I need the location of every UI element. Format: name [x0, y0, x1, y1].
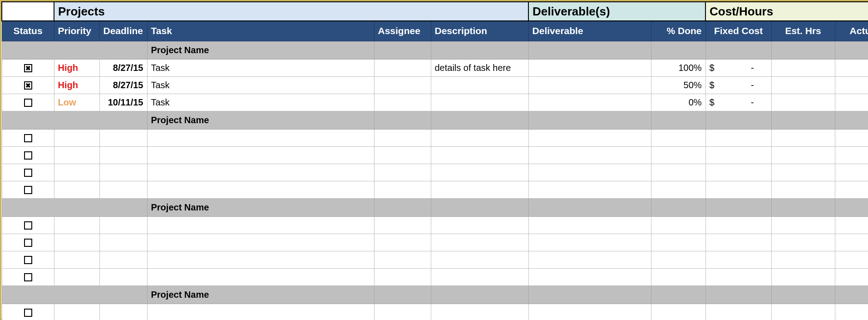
est-hrs-cell[interactable]	[771, 216, 835, 234]
pct-done-cell[interactable]	[651, 129, 705, 146]
deliverable-cell[interactable]	[528, 146, 651, 164]
assignee-cell[interactable]	[374, 234, 431, 251]
deliverable-cell[interactable]	[528, 164, 651, 181]
description-cell[interactable]	[431, 216, 528, 234]
status-checkbox-icon[interactable]: ✖	[24, 81, 32, 90]
status-cell[interactable]: ✖	[2, 59, 54, 76]
deadline-cell[interactable]	[99, 181, 147, 198]
priority-cell[interactable]	[54, 251, 99, 268]
deadline-cell[interactable]	[99, 164, 147, 181]
status-checkbox-icon[interactable]: ✖	[24, 64, 32, 72]
description-cell[interactable]	[431, 268, 528, 285]
project-name-cell[interactable]: Project Name	[147, 285, 374, 304]
deliverable-cell[interactable]	[528, 181, 651, 198]
deadline-cell[interactable]	[99, 251, 147, 268]
actual-hrs-cell[interactable]	[835, 129, 868, 146]
description-cell[interactable]	[431, 181, 528, 198]
priority-cell[interactable]	[54, 181, 99, 198]
description-cell[interactable]	[431, 234, 528, 251]
actual-hrs-cell[interactable]	[835, 59, 868, 76]
priority-cell[interactable]	[54, 146, 99, 164]
deadline-cell[interactable]	[99, 234, 147, 251]
fixed-cost-cell[interactable]	[705, 234, 771, 251]
project-name-cell[interactable]: Project Name	[147, 198, 374, 216]
actual-hrs-cell[interactable]	[835, 304, 868, 320]
status-cell[interactable]	[2, 251, 54, 268]
description-cell[interactable]	[431, 251, 528, 268]
est-hrs-cell[interactable]	[771, 234, 835, 251]
cell[interactable]	[374, 285, 431, 304]
deadline-cell[interactable]: 10/11/15	[99, 94, 147, 111]
header-est-hrs[interactable]: Est. Hrs	[771, 21, 835, 41]
cell[interactable]	[431, 111, 528, 129]
fixed-cost-cell[interactable]	[705, 216, 771, 234]
status-checkbox-icon[interactable]	[24, 256, 32, 264]
cell[interactable]	[374, 198, 431, 216]
status-cell[interactable]	[2, 164, 54, 181]
task-cell[interactable]	[147, 129, 374, 146]
task-cell[interactable]	[147, 268, 374, 285]
pct-done-cell[interactable]	[651, 234, 705, 251]
pct-done-cell[interactable]: 50%	[651, 76, 705, 94]
deliverable-cell[interactable]	[528, 94, 651, 111]
deliverable-cell[interactable]	[528, 129, 651, 146]
assignee-cell[interactable]	[374, 181, 431, 198]
header-status[interactable]: Status	[2, 21, 54, 41]
priority-cell[interactable]	[54, 164, 99, 181]
project-name-pad[interactable]	[2, 198, 147, 216]
cell[interactable]	[771, 111, 835, 129]
pct-done-cell[interactable]: 100%	[651, 59, 705, 76]
task-cell[interactable]: Task	[147, 76, 374, 94]
est-hrs-cell[interactable]	[771, 268, 835, 285]
cell[interactable]	[835, 111, 868, 129]
cell[interactable]	[374, 41, 431, 59]
actual-hrs-cell[interactable]	[835, 94, 868, 111]
project-name-pad[interactable]	[2, 285, 147, 304]
actual-hrs-cell[interactable]	[835, 251, 868, 268]
header-deliverable[interactable]: Deliverable	[528, 21, 651, 41]
assignee-cell[interactable]	[374, 129, 431, 146]
task-cell[interactable]: Task	[147, 94, 374, 111]
description-cell[interactable]	[431, 146, 528, 164]
status-checkbox-icon[interactable]	[24, 134, 32, 142]
project-name-pad[interactable]	[2, 41, 147, 59]
est-hrs-cell[interactable]	[771, 304, 835, 320]
deadline-cell[interactable]	[99, 146, 147, 164]
task-cell[interactable]: Task	[147, 59, 374, 76]
task-cell[interactable]	[147, 216, 374, 234]
deliverable-cell[interactable]	[528, 251, 651, 268]
status-checkbox-icon[interactable]	[24, 309, 32, 317]
assignee-cell[interactable]	[374, 164, 431, 181]
assignee-cell[interactable]	[374, 94, 431, 111]
actual-hrs-cell[interactable]	[835, 268, 868, 285]
project-name-cell[interactable]: Project Name	[147, 111, 374, 129]
actual-hrs-cell[interactable]	[835, 216, 868, 234]
section-deliverables[interactable]: Deliverable(s)	[528, 2, 705, 21]
cell[interactable]	[651, 285, 705, 304]
cell[interactable]	[431, 285, 528, 304]
assignee-cell[interactable]	[374, 76, 431, 94]
actual-hrs-cell[interactable]	[835, 76, 868, 94]
actual-hrs-cell[interactable]	[835, 181, 868, 198]
actual-hrs-cell[interactable]	[835, 234, 868, 251]
cell[interactable]	[835, 41, 868, 59]
assignee-cell[interactable]	[374, 251, 431, 268]
pct-done-cell[interactable]	[651, 216, 705, 234]
cell[interactable]	[771, 41, 835, 59]
cell[interactable]	[705, 41, 771, 59]
status-cell[interactable]	[2, 304, 54, 320]
cell[interactable]	[528, 41, 651, 59]
cell[interactable]	[705, 111, 771, 129]
pct-done-cell[interactable]	[651, 181, 705, 198]
pct-done-cell[interactable]	[651, 304, 705, 320]
status-cell[interactable]	[2, 181, 54, 198]
pct-done-cell[interactable]	[651, 164, 705, 181]
status-checkbox-icon[interactable]	[24, 151, 32, 160]
priority-cell[interactable]: High	[54, 76, 99, 94]
cell[interactable]	[374, 111, 431, 129]
fixed-cost-cell[interactable]	[705, 146, 771, 164]
header-pct-done[interactable]: % Done	[651, 21, 705, 41]
assignee-cell[interactable]	[374, 59, 431, 76]
status-cell[interactable]	[2, 146, 54, 164]
est-hrs-cell[interactable]	[771, 251, 835, 268]
